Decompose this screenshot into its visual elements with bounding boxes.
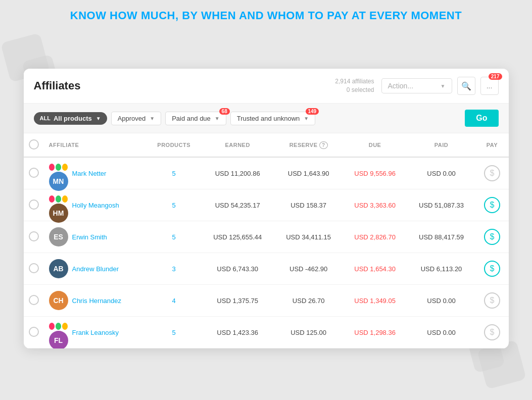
row-checkbox[interactable] [29,199,39,210]
badge-dot [49,164,55,171]
badge-dot [49,195,55,203]
all-products-arrow-icon: ▼ [96,116,101,121]
pay-button[interactable]: $ [484,197,500,213]
row-checkbox[interactable] [29,263,39,273]
affiliate-name[interactable]: Holly Meangosh [72,202,119,209]
table-row: CH Chris Hernandez 4USD 1,375.75USD 26.7… [24,285,509,317]
affiliates-table-area: AFFILIATE PRODUCTS EARNED RESERVE ? DUE … [24,133,509,348]
affiliate-name[interactable]: Frank Leanosky [72,329,119,336]
reserve-info-icon[interactable]: ? [319,141,328,149]
table-body: MN Mark Netter 5USD 11,200.86USD 1,643.9… [24,157,509,348]
products-cell[interactable]: 3 [147,253,201,285]
approved-filter[interactable]: Approved ▼ [111,112,162,125]
page-title: Affiliates [34,79,335,92]
pay-cell-inner: $ [481,165,504,181]
affiliate-cell: CH Chris Hernandez [44,285,147,317]
affiliate-name[interactable]: Erwin Smith [72,233,107,241]
products-cell[interactable]: 5 [147,189,201,221]
earned-cell: USD 1,375.75 [201,285,274,317]
trusted-filter[interactable]: 149 Trusted and unknown ▼ [230,112,315,125]
affiliate-info: CH Chris Hernandez [49,291,142,310]
paid-cell: USD 6,113.20 [407,253,476,285]
more-icon: ... [487,82,493,90]
row-checkbox[interactable] [29,327,39,337]
due-cell: USD 2,826.70 [343,221,407,253]
paid-due-filter[interactable]: 68 Paid and due ▼ [165,112,226,125]
action-dropdown-arrow-icon: ▼ [441,83,446,89]
header-right: 2,914 affiliates 0 selected Action... ▼ … [335,77,498,95]
banner-text: KNOW HOW MUCH, BY WHEN AND WHOM TO PAY A… [70,9,462,22]
products-cell[interactable]: 4 [147,285,201,317]
pay-button[interactable]: $ [484,261,500,277]
pay-cell: $ [476,189,509,221]
earned-amount: USD 125,655.44 [213,233,262,241]
dollar-icon: $ [490,232,495,241]
reserve-amount: USD 125.00 [291,329,326,336]
affiliates-table: AFFILIATE PRODUCTS EARNED RESERVE ? DUE … [24,133,509,348]
affiliate-badges [49,323,68,330]
pay-button[interactable]: $ [484,229,500,245]
avatar: CH [49,291,68,310]
trusted-label: Trusted and unknown [237,115,300,122]
table-row: ES Erwin Smith 5USD 125,655.44USD 34,411… [24,221,509,253]
badge-dot [49,323,55,330]
row-checkbox[interactable] [29,295,39,305]
affiliate-cell: MN Mark Netter [44,157,147,189]
affiliate-cell: ES Erwin Smith [44,221,147,253]
select-all-checkbox[interactable] [29,139,39,149]
dollar-icon: $ [490,296,495,305]
earned-cell: USD 1,423.36 [201,317,274,348]
products-count: 5 [172,233,176,241]
due-amount: USD 1,349.05 [354,297,396,305]
trusted-arrow-icon: ▼ [304,116,309,121]
row-checkbox-cell [24,317,44,348]
table-row: FL Frank Leanosky 5USD 1,423.36USD 125.0… [24,317,509,348]
avatar: FL [49,331,68,348]
affiliate-info: FL Frank Leanosky [49,323,142,342]
pay-cell: $ [476,253,509,285]
pay-button[interactable]: $ [484,324,500,340]
badge-dot [56,164,61,171]
more-button[interactable]: 217 ... [480,77,499,95]
badge-dot [56,195,61,203]
affiliates-count-text: 2,914 affiliates [335,77,374,86]
due-amount: USD 1,298.36 [354,329,396,336]
select-all-header [24,133,44,157]
badge-dot [62,323,68,330]
affiliate-cell: FL Frank Leanosky [44,317,147,348]
avatar: HM [49,204,68,223]
paid-cell: USD 0.00 [407,157,476,189]
paid-due-label: Paid and due [172,115,211,122]
pay-cell-inner: $ [481,324,504,340]
products-cell[interactable]: 5 [147,157,201,189]
all-products-filter[interactable]: ALL All products ▼ [34,112,107,125]
row-checkbox-cell [24,285,44,317]
affiliate-name[interactable]: Andrew Blunder [72,265,119,273]
products-cell[interactable]: 5 [147,221,201,253]
search-button[interactable]: 🔍 [457,77,475,95]
dollar-icon: $ [490,328,495,337]
paid-amount: USD 0.00 [427,329,455,336]
avatar-wrapper: FL [49,323,68,342]
pay-cell: $ [476,285,509,317]
affiliate-badges [49,164,68,171]
affiliate-name[interactable]: Chris Hernandez [72,297,122,305]
pay-button[interactable]: $ [484,292,500,309]
affiliate-name[interactable]: Mark Netter [72,170,107,177]
reserve-header: RESERVE ? [274,133,343,157]
paid-header: PAID [407,133,476,157]
reserve-amount: USD 26.70 [293,297,325,305]
row-checkbox[interactable] [29,231,39,241]
affiliates-count-block: 2,914 affiliates 0 selected [335,77,374,94]
go-button[interactable]: Go [465,110,498,127]
pay-button[interactable]: $ [484,165,500,181]
top-banner: KNOW HOW MUCH, BY WHEN AND WHOM TO PAY A… [0,0,532,27]
products-cell[interactable]: 5 [147,317,201,348]
avatar-wrapper: ES [49,227,68,246]
dollar-icon: $ [490,264,495,273]
row-checkbox[interactable] [29,168,39,178]
row-checkbox-cell [24,157,44,189]
all-badge: ALL [40,115,51,121]
action-dropdown[interactable]: Action... ▼ [381,78,452,93]
table-header: AFFILIATE PRODUCTS EARNED RESERVE ? DUE … [24,133,509,157]
